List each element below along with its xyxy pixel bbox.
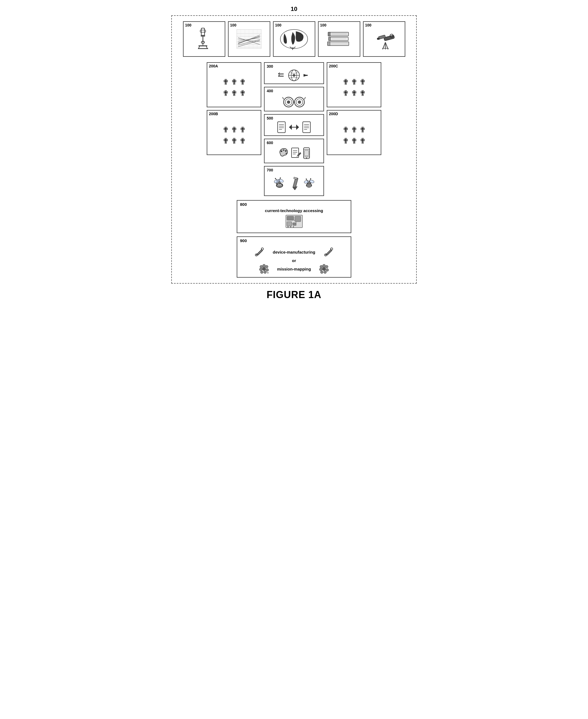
- center-column: 300: [264, 62, 324, 196]
- svg-rect-78: [303, 122, 310, 133]
- person-icon: ✟: [239, 125, 246, 134]
- tools-left-icon: [254, 247, 265, 257]
- person-icon: ✟: [342, 125, 349, 134]
- svg-rect-70: [278, 122, 285, 133]
- svg-point-85: [285, 150, 287, 152]
- outer-frame: 100 100: [171, 15, 417, 284]
- svg-point-149: [323, 264, 326, 267]
- person-icon: ✟: [231, 89, 237, 98]
- box-400-content: [279, 92, 309, 111]
- center-box-500: 500: [264, 114, 324, 136]
- figure-caption: FIGURE 1A: [267, 289, 321, 301]
- svg-rect-41: [384, 35, 395, 41]
- svg-point-140: [262, 264, 265, 267]
- person-icon: ✟: [351, 137, 357, 145]
- center-box-400: 400: [264, 87, 324, 112]
- svg-rect-33: [329, 37, 348, 41]
- svg-rect-34: [329, 37, 331, 41]
- bottom-section: 800 current-technology accessing: [177, 200, 411, 278]
- svg-rect-2: [201, 35, 205, 37]
- box-label-300: 300: [267, 64, 273, 68]
- mobile-device-icon: [303, 147, 310, 159]
- box-800-text: current-technology accessing: [265, 208, 323, 213]
- bottom-box-900: 900 device-manufacturing: [237, 236, 351, 278]
- svg-rect-32: [328, 32, 330, 36]
- box-600-content: [276, 145, 312, 161]
- img-box-telescope: 100: [363, 21, 405, 57]
- img-box-microscope: 100: [183, 21, 225, 57]
- box-900-or: or: [292, 258, 296, 263]
- box-label-400: 400: [267, 89, 273, 93]
- svg-point-104: [275, 178, 276, 179]
- person-icon: ✟: [359, 137, 366, 145]
- svg-point-141: [265, 265, 268, 268]
- svg-rect-31: [328, 32, 349, 36]
- svg-marker-77: [289, 124, 292, 130]
- svg-point-134: [261, 248, 264, 250]
- svg-point-148: [322, 267, 326, 271]
- world-map-icon: [279, 28, 309, 50]
- microscope-icon: [193, 27, 215, 51]
- box-label-200b: 200B: [209, 112, 218, 116]
- svg-rect-96: [304, 151, 309, 156]
- person-box-200c: 200C ✟ ✟ ✟ ✟ ✟ ✟: [327, 62, 381, 107]
- box-label-100-4: 100: [320, 23, 327, 27]
- svg-point-128: [288, 226, 289, 227]
- svg-rect-109: [293, 177, 297, 180]
- img-box-chart: 100: [228, 21, 270, 57]
- box-500-content: [274, 119, 314, 135]
- page-number: 10: [291, 5, 297, 13]
- persons-grid-200a: ✟ ✟ ✟ ✟ ✟ ✟: [220, 75, 249, 100]
- svg-point-56: [293, 74, 295, 77]
- box-label-700: 700: [267, 168, 273, 172]
- person-icon: ✟: [223, 137, 229, 145]
- bottom-box-800: 800 current-technology accessing: [237, 200, 351, 233]
- svg-point-142: [266, 268, 269, 271]
- box-700-content: [271, 174, 317, 193]
- svg-line-67: [304, 97, 306, 99]
- svg-point-152: [324, 271, 327, 274]
- bee-left-icon: [273, 176, 288, 191]
- svg-point-153: [320, 271, 323, 274]
- svg-rect-87: [292, 148, 299, 158]
- img-box-books: 100: [318, 21, 360, 57]
- person-icon: ✟: [342, 78, 349, 86]
- box-label-200c: 200C: [329, 64, 338, 68]
- persons-grid-200c: ✟ ✟ ✟ ✟ ✟ ✟: [340, 75, 369, 100]
- svg-point-143: [264, 271, 267, 274]
- flower-right-icon: [319, 264, 329, 274]
- svg-rect-122: [295, 216, 301, 222]
- person-icon: ✟: [223, 89, 229, 98]
- box-label-200d: 200D: [329, 112, 338, 116]
- svg-point-145: [259, 268, 262, 271]
- top-row: 100 100: [177, 21, 411, 57]
- svg-rect-121: [287, 216, 294, 220]
- person-icon: ✟: [239, 78, 246, 86]
- svg-point-130: [293, 226, 294, 227]
- svg-point-151: [326, 268, 329, 271]
- svg-rect-123: [287, 222, 292, 226]
- person-icon: ✟: [351, 78, 357, 86]
- center-box-700: 700: [264, 166, 324, 196]
- svg-point-139: [262, 267, 266, 271]
- svg-rect-48: [377, 38, 379, 40]
- box-label-800: 800: [240, 202, 247, 207]
- svg-point-117: [306, 179, 307, 180]
- box-300-content: [275, 67, 313, 83]
- svg-point-86: [286, 153, 287, 154]
- person-icon: ✟: [351, 125, 357, 134]
- box-label-500: 500: [267, 116, 273, 120]
- doc-right-icon: [302, 121, 312, 133]
- box-label-100-1: 100: [185, 23, 191, 27]
- svg-point-155: [320, 265, 323, 268]
- lines-icon: [278, 71, 286, 79]
- person-icon: ✟: [231, 125, 237, 134]
- center-box-300: 300: [264, 62, 324, 84]
- box-label-200a: 200A: [209, 64, 218, 68]
- svg-rect-124: [293, 223, 296, 225]
- person-box-200a: 200A ✟ ✟ ✟ ✟ ✟ ✟: [207, 62, 261, 107]
- person-box-200b: 200B ✟ ✟ ✟ ✟ ✟ ✟: [207, 110, 261, 155]
- person-icon: ✟: [359, 125, 366, 134]
- svg-point-119: [310, 178, 311, 179]
- svg-point-106: [280, 177, 281, 179]
